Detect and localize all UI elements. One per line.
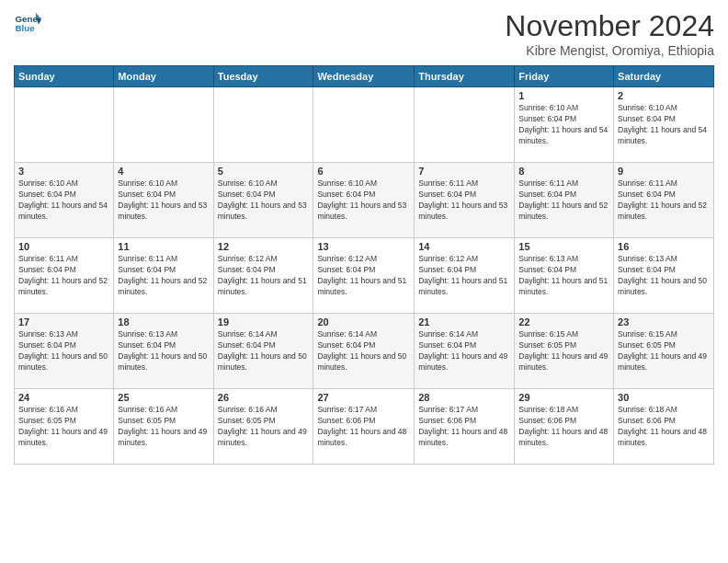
day-info: Sunrise: 6:10 AM Sunset: 6:04 PM Dayligh… bbox=[317, 178, 410, 223]
day-cell: 13Sunrise: 6:12 AM Sunset: 6:04 PM Dayli… bbox=[313, 238, 415, 314]
day-cell bbox=[213, 87, 313, 163]
week-row-3: 10Sunrise: 6:11 AM Sunset: 6:04 PM Dayli… bbox=[15, 238, 714, 314]
day-number: 8 bbox=[518, 166, 609, 177]
day-number: 26 bbox=[218, 392, 310, 403]
month-title: November 2024 bbox=[505, 9, 714, 43]
day-number: 12 bbox=[218, 241, 310, 252]
day-cell: 27Sunrise: 6:17 AM Sunset: 6:06 PM Dayli… bbox=[313, 389, 415, 465]
day-cell: 20Sunrise: 6:14 AM Sunset: 6:04 PM Dayli… bbox=[313, 314, 415, 389]
day-info: Sunrise: 6:16 AM Sunset: 6:05 PM Dayligh… bbox=[18, 405, 109, 449]
day-cell: 22Sunrise: 6:15 AM Sunset: 6:05 PM Dayli… bbox=[515, 314, 614, 389]
day-number: 18 bbox=[118, 316, 209, 327]
weekday-tuesday: Tuesday bbox=[213, 66, 313, 87]
day-info: Sunrise: 6:18 AM Sunset: 6:06 PM Dayligh… bbox=[518, 405, 609, 449]
day-cell: 19Sunrise: 6:14 AM Sunset: 6:04 PM Dayli… bbox=[213, 314, 313, 389]
day-number: 25 bbox=[118, 392, 209, 403]
weekday-wednesday: Wednesday bbox=[313, 66, 415, 87]
day-info: Sunrise: 6:11 AM Sunset: 6:04 PM Dayligh… bbox=[18, 254, 109, 298]
day-info: Sunrise: 6:14 AM Sunset: 6:04 PM Dayligh… bbox=[418, 329, 510, 373]
day-number: 20 bbox=[317, 316, 410, 327]
day-number: 4 bbox=[118, 166, 209, 177]
title-section: November 2024 Kibre Mengist, Oromiya, Et… bbox=[505, 9, 714, 58]
day-info: Sunrise: 6:15 AM Sunset: 6:05 PM Dayligh… bbox=[618, 329, 710, 373]
day-cell: 16Sunrise: 6:13 AM Sunset: 6:04 PM Dayli… bbox=[614, 238, 714, 314]
day-number: 5 bbox=[218, 166, 310, 177]
day-cell: 25Sunrise: 6:16 AM Sunset: 6:05 PM Dayli… bbox=[114, 389, 213, 465]
day-cell: 14Sunrise: 6:12 AM Sunset: 6:04 PM Dayli… bbox=[415, 238, 515, 314]
day-number: 13 bbox=[317, 241, 410, 252]
day-info: Sunrise: 6:15 AM Sunset: 6:05 PM Dayligh… bbox=[518, 329, 609, 373]
day-cell: 11Sunrise: 6:11 AM Sunset: 6:04 PM Dayli… bbox=[114, 238, 213, 314]
day-number: 1 bbox=[518, 90, 609, 101]
day-number: 23 bbox=[618, 316, 710, 327]
day-number: 28 bbox=[418, 392, 510, 403]
day-cell: 5Sunrise: 6:10 AM Sunset: 6:04 PM Daylig… bbox=[213, 163, 313, 238]
day-cell: 23Sunrise: 6:15 AM Sunset: 6:05 PM Dayli… bbox=[614, 314, 714, 389]
day-info: Sunrise: 6:14 AM Sunset: 6:04 PM Dayligh… bbox=[317, 329, 410, 373]
day-cell: 3Sunrise: 6:10 AM Sunset: 6:04 PM Daylig… bbox=[15, 163, 114, 238]
day-info: Sunrise: 6:10 AM Sunset: 6:04 PM Dayligh… bbox=[118, 178, 209, 223]
page: General Blue November 2024 Kibre Mengist… bbox=[0, 0, 728, 563]
day-number: 27 bbox=[317, 392, 410, 403]
day-cell: 4Sunrise: 6:10 AM Sunset: 6:04 PM Daylig… bbox=[114, 163, 213, 238]
week-row-2: 3Sunrise: 6:10 AM Sunset: 6:04 PM Daylig… bbox=[15, 163, 714, 238]
svg-text:Blue: Blue bbox=[16, 23, 36, 33]
day-number: 17 bbox=[18, 316, 109, 327]
day-cell: 7Sunrise: 6:11 AM Sunset: 6:04 PM Daylig… bbox=[415, 163, 515, 238]
day-cell: 6Sunrise: 6:10 AM Sunset: 6:04 PM Daylig… bbox=[313, 163, 415, 238]
day-number: 16 bbox=[618, 241, 710, 252]
day-info: Sunrise: 6:12 AM Sunset: 6:04 PM Dayligh… bbox=[418, 254, 510, 298]
day-number: 15 bbox=[518, 241, 609, 252]
calendar-header: SundayMondayTuesdayWednesdayThursdayFrid… bbox=[15, 66, 714, 87]
weekday-sunday: Sunday bbox=[15, 66, 114, 87]
day-info: Sunrise: 6:11 AM Sunset: 6:04 PM Dayligh… bbox=[518, 178, 609, 223]
day-cell bbox=[114, 87, 213, 163]
day-cell: 28Sunrise: 6:17 AM Sunset: 6:06 PM Dayli… bbox=[415, 389, 515, 465]
header: General Blue November 2024 Kibre Mengist… bbox=[14, 9, 714, 58]
calendar: SundayMondayTuesdayWednesdayThursdayFrid… bbox=[14, 65, 714, 465]
day-info: Sunrise: 6:10 AM Sunset: 6:04 PM Dayligh… bbox=[618, 103, 710, 147]
day-number: 9 bbox=[618, 166, 710, 177]
day-info: Sunrise: 6:14 AM Sunset: 6:04 PM Dayligh… bbox=[218, 329, 310, 373]
day-number: 14 bbox=[418, 241, 510, 252]
day-number: 7 bbox=[418, 166, 510, 177]
day-cell: 15Sunrise: 6:13 AM Sunset: 6:04 PM Dayli… bbox=[515, 238, 614, 314]
calendar-body: 1Sunrise: 6:10 AM Sunset: 6:04 PM Daylig… bbox=[15, 87, 714, 465]
day-number: 29 bbox=[518, 392, 609, 403]
day-number: 22 bbox=[518, 316, 609, 327]
day-info: Sunrise: 6:17 AM Sunset: 6:06 PM Dayligh… bbox=[317, 405, 410, 449]
weekday-thursday: Thursday bbox=[415, 66, 515, 87]
day-cell bbox=[313, 87, 415, 163]
day-number: 10 bbox=[18, 241, 109, 252]
day-cell: 30Sunrise: 6:18 AM Sunset: 6:06 PM Dayli… bbox=[614, 389, 714, 465]
weekday-header-row: SundayMondayTuesdayWednesdayThursdayFrid… bbox=[15, 66, 714, 87]
day-number: 30 bbox=[618, 392, 710, 403]
day-info: Sunrise: 6:16 AM Sunset: 6:05 PM Dayligh… bbox=[118, 405, 209, 449]
day-cell: 18Sunrise: 6:13 AM Sunset: 6:04 PM Dayli… bbox=[114, 314, 213, 389]
day-info: Sunrise: 6:12 AM Sunset: 6:04 PM Dayligh… bbox=[218, 254, 310, 298]
day-cell: 2Sunrise: 6:10 AM Sunset: 6:04 PM Daylig… bbox=[614, 87, 714, 163]
day-cell: 8Sunrise: 6:11 AM Sunset: 6:04 PM Daylig… bbox=[515, 163, 614, 238]
day-cell: 24Sunrise: 6:16 AM Sunset: 6:05 PM Dayli… bbox=[15, 389, 114, 465]
day-cell: 17Sunrise: 6:13 AM Sunset: 6:04 PM Dayli… bbox=[15, 314, 114, 389]
day-info: Sunrise: 6:13 AM Sunset: 6:04 PM Dayligh… bbox=[18, 329, 109, 373]
day-info: Sunrise: 6:12 AM Sunset: 6:04 PM Dayligh… bbox=[317, 254, 410, 298]
week-row-1: 1Sunrise: 6:10 AM Sunset: 6:04 PM Daylig… bbox=[15, 87, 714, 163]
week-row-4: 17Sunrise: 6:13 AM Sunset: 6:04 PM Dayli… bbox=[15, 314, 714, 389]
weekday-monday: Monday bbox=[114, 66, 213, 87]
day-info: Sunrise: 6:16 AM Sunset: 6:05 PM Dayligh… bbox=[218, 405, 310, 449]
day-info: Sunrise: 6:13 AM Sunset: 6:04 PM Dayligh… bbox=[118, 329, 209, 373]
day-info: Sunrise: 6:11 AM Sunset: 6:04 PM Dayligh… bbox=[118, 254, 209, 298]
day-info: Sunrise: 6:10 AM Sunset: 6:04 PM Dayligh… bbox=[218, 178, 310, 223]
day-cell: 1Sunrise: 6:10 AM Sunset: 6:04 PM Daylig… bbox=[515, 87, 614, 163]
day-cell: 21Sunrise: 6:14 AM Sunset: 6:04 PM Dayli… bbox=[415, 314, 515, 389]
day-number: 6 bbox=[317, 166, 410, 177]
day-info: Sunrise: 6:11 AM Sunset: 6:04 PM Dayligh… bbox=[618, 178, 710, 223]
day-info: Sunrise: 6:13 AM Sunset: 6:04 PM Dayligh… bbox=[618, 254, 710, 298]
day-number: 24 bbox=[18, 392, 109, 403]
day-number: 19 bbox=[218, 316, 310, 327]
day-info: Sunrise: 6:17 AM Sunset: 6:06 PM Dayligh… bbox=[418, 405, 510, 449]
day-cell: 12Sunrise: 6:12 AM Sunset: 6:04 PM Dayli… bbox=[213, 238, 313, 314]
day-cell bbox=[15, 87, 114, 163]
weekday-friday: Friday bbox=[515, 66, 614, 87]
